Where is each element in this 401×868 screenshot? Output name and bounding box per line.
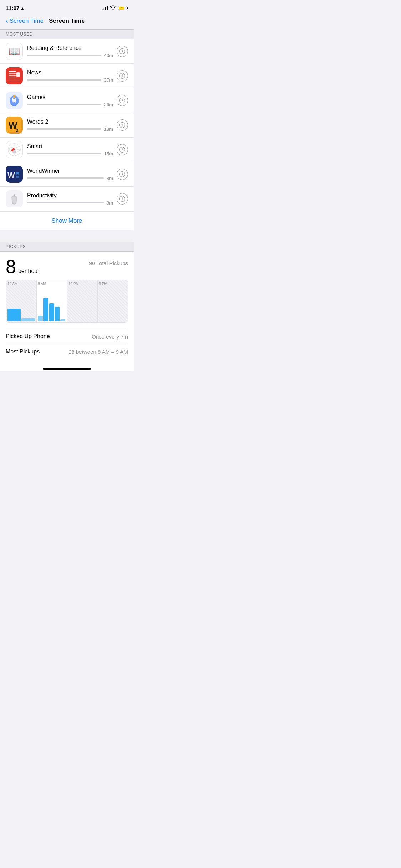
app-usage-bar: 3m	[27, 200, 113, 206]
app-time: 18m	[104, 126, 113, 132]
location-icon: ▲	[20, 6, 24, 10]
bar-fill	[27, 55, 90, 56]
chart-segment-6am: 6 AM	[37, 280, 67, 322]
list-item[interactable]: W WorldWinner 8m	[0, 162, 134, 187]
nav-bar: ‹ Screen Time Screen Time	[0, 14, 134, 29]
stat-row-most-pickups: Most Pickups 28 between 8 AM – 9 AM	[6, 344, 128, 359]
chart-segment-6pm: 6 PM	[98, 280, 128, 322]
chart-label: 6 AM	[38, 282, 46, 286]
svg-rect-8	[9, 81, 20, 81]
app-usage-bar: 26m	[27, 102, 113, 107]
list-item[interactable]: 📖 Reading & Reference 40m	[0, 39, 134, 64]
chart-segment-12pm: 12 PM	[67, 280, 98, 322]
back-button[interactable]: ‹ Screen Time	[6, 17, 43, 25]
stat-label: Most Pickups	[6, 348, 40, 355]
chart-bar	[38, 316, 43, 321]
app-icon-news	[6, 67, 23, 84]
chart-bar	[7, 309, 21, 321]
chart-bars	[7, 293, 35, 321]
app-usage-bar: 37m	[27, 77, 113, 83]
app-info: Games 26m	[27, 94, 113, 107]
svg-marker-0	[121, 7, 123, 10]
app-name: Games	[27, 94, 113, 100]
battery-icon	[118, 6, 128, 10]
app-list: 📖 Reading & Reference 40m	[0, 39, 134, 230]
wifi-icon	[110, 5, 116, 11]
page-title: Screen Time	[49, 17, 85, 25]
limit-icon[interactable]	[117, 119, 128, 131]
stat-value: Once every 7m	[92, 334, 128, 340]
limit-icon[interactable]	[117, 95, 128, 106]
app-time: 37m	[104, 77, 113, 83]
stat-label: Picked Up Phone	[6, 333, 50, 340]
app-name: News	[27, 69, 113, 76]
bar-fill	[27, 177, 40, 179]
app-time: 3m	[107, 200, 113, 206]
limit-icon[interactable]	[117, 46, 128, 57]
app-time: 26m	[104, 102, 113, 107]
status-bar: 11:07 ▲	[0, 0, 134, 14]
app-name: Reading & Reference	[27, 45, 113, 51]
app-time: 15m	[104, 151, 113, 156]
chart-label: 12 AM	[7, 282, 17, 286]
bar-fill	[27, 128, 55, 130]
svg-text:2: 2	[16, 128, 19, 133]
bar-background	[27, 104, 101, 105]
chart-bar	[21, 318, 35, 321]
pickups-number: 8	[6, 257, 16, 276]
chart-bars	[38, 293, 66, 321]
app-icon-words2: W 2	[6, 117, 23, 134]
app-usage-bar: 18m	[27, 126, 113, 132]
chart-label: 12 PM	[68, 282, 79, 286]
app-name: Safari	[27, 143, 113, 150]
svg-rect-6	[9, 77, 16, 77]
pickups-header: PICKUPS	[0, 242, 134, 252]
bar-fill	[27, 104, 68, 105]
svg-rect-2	[6, 67, 23, 84]
bar-fill	[27, 153, 51, 154]
chart-label: 6 PM	[99, 282, 107, 286]
svg-rect-7	[9, 79, 20, 79]
pickups-section: 8 per hour 90 Total Pickups 12 AM 6 AM	[0, 252, 134, 365]
app-time: 40m	[104, 53, 113, 58]
bar-background	[27, 177, 104, 179]
limit-icon[interactable]	[117, 169, 128, 180]
chart-bar	[60, 319, 65, 321]
show-more-button[interactable]: Show More	[0, 211, 134, 230]
app-icon-safari	[6, 141, 23, 158]
bar-background	[27, 153, 101, 154]
app-time: 8m	[107, 176, 113, 181]
list-item[interactable]: Games 26m	[0, 88, 134, 113]
home-bar	[43, 368, 91, 370]
bar-background	[27, 128, 101, 130]
bar-background	[27, 202, 104, 203]
pickups-per-hour: 8 per hour	[6, 257, 40, 276]
list-item[interactable]: W 2 Words 2 18m	[0, 113, 134, 138]
chart-segment-12am: 12 AM	[6, 280, 37, 322]
svg-text:W: W	[7, 171, 15, 180]
limit-icon[interactable]	[117, 193, 128, 205]
app-name: Productivity	[27, 192, 113, 199]
chart-bars	[68, 293, 96, 321]
limit-icon[interactable]	[117, 144, 128, 155]
pickups-label: PICKUPS	[6, 244, 26, 249]
app-name: Words 2	[27, 119, 113, 125]
status-icons	[102, 5, 128, 11]
app-info: Productivity 3m	[27, 192, 113, 206]
app-icon-games	[6, 92, 23, 109]
app-info: Safari 15m	[27, 143, 113, 156]
signal-icon	[102, 6, 108, 10]
show-more-label: Show More	[52, 217, 82, 224]
chart-bar	[55, 307, 60, 321]
most-used-header: MOST USED	[0, 29, 134, 39]
list-item[interactable]: Safari 15m	[0, 138, 134, 162]
most-used-label: MOST USED	[6, 32, 33, 37]
limit-icon[interactable]	[117, 70, 128, 82]
bar-background	[27, 55, 101, 56]
svg-rect-3	[9, 71, 16, 72]
app-info: Reading & Reference 40m	[27, 45, 113, 58]
bar-fill	[27, 79, 85, 81]
list-item[interactable]: News 37m	[0, 64, 134, 88]
app-icon-worldwinner: W	[6, 166, 23, 183]
list-item[interactable]: Productivity 3m	[0, 187, 134, 211]
